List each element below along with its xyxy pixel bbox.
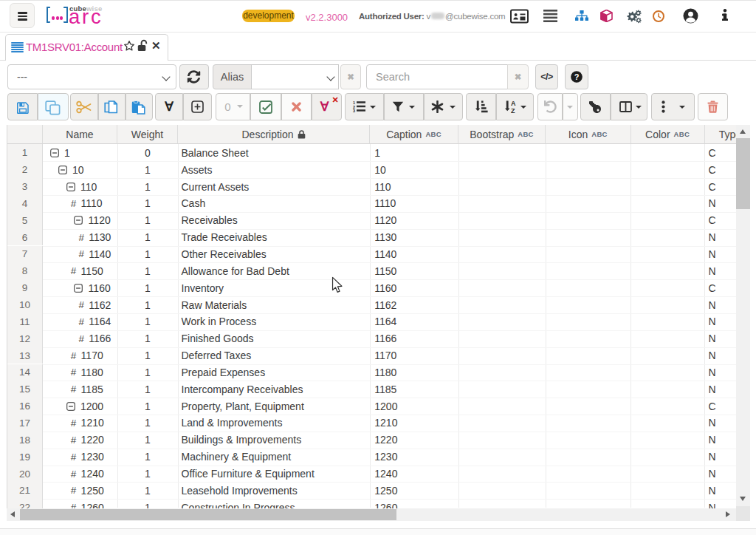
svg-text:?: ? (574, 72, 580, 81)
svg-text:A: A (511, 100, 516, 107)
svg-text:3: 3 (353, 109, 355, 112)
svg-text:Z: Z (511, 107, 515, 114)
